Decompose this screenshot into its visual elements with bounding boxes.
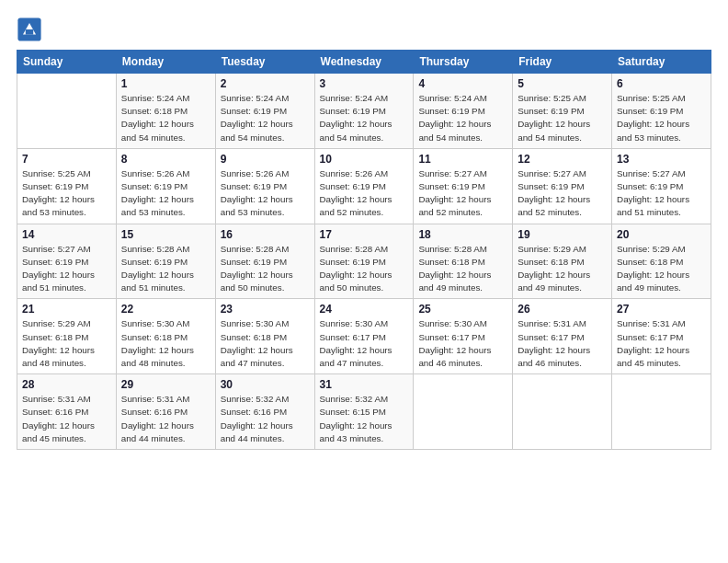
calendar-day-cell: 30Sunrise: 5:32 AM Sunset: 6:16 PM Dayli…	[215, 374, 314, 450]
calendar-day-cell: 25Sunrise: 5:30 AM Sunset: 6:17 PM Dayli…	[414, 299, 513, 374]
day-info: Sunrise: 5:28 AM Sunset: 6:19 PM Dayligh…	[121, 243, 210, 295]
calendar-day-cell: 29Sunrise: 5:31 AM Sunset: 6:16 PM Dayli…	[116, 374, 215, 450]
calendar-day-cell: 18Sunrise: 5:28 AM Sunset: 6:18 PM Dayli…	[414, 224, 513, 299]
header-row: SundayMondayTuesdayWednesdayThursdayFrid…	[17, 51, 711, 74]
calendar-day-cell: 28Sunrise: 5:31 AM Sunset: 6:16 PM Dayli…	[17, 374, 117, 450]
calendar-day-cell: 3Sunrise: 5:24 AM Sunset: 6:19 PM Daylig…	[314, 74, 414, 149]
calendar-day-cell	[414, 374, 513, 450]
day-info: Sunrise: 5:30 AM Sunset: 6:18 PM Dayligh…	[121, 317, 210, 370]
day-number: 18	[418, 228, 507, 241]
calendar-day-cell: 2Sunrise: 5:24 AM Sunset: 6:19 PM Daylig…	[215, 74, 314, 149]
day-number: 2	[221, 77, 310, 90]
day-info: Sunrise: 5:29 AM Sunset: 6:18 PM Dayligh…	[617, 243, 706, 295]
calendar-day-cell: 4Sunrise: 5:24 AM Sunset: 6:19 PM Daylig…	[414, 74, 513, 149]
weekday-header: Wednesday	[314, 51, 414, 74]
page-header	[17, 17, 711, 42]
calendar-week-row: 7Sunrise: 5:25 AM Sunset: 6:19 PM Daylig…	[17, 148, 711, 224]
calendar-day-cell: 7Sunrise: 5:25 AM Sunset: 6:19 PM Daylig…	[17, 148, 117, 224]
day-number: 16	[221, 228, 310, 241]
day-number: 12	[518, 153, 607, 166]
day-number: 10	[320, 153, 409, 166]
calendar-week-row: 14Sunrise: 5:27 AM Sunset: 6:19 PM Dayli…	[17, 224, 711, 299]
day-number: 23	[221, 303, 310, 316]
day-number: 22	[121, 303, 210, 316]
calendar-day-cell: 19Sunrise: 5:29 AM Sunset: 6:18 PM Dayli…	[513, 224, 612, 299]
day-info: Sunrise: 5:25 AM Sunset: 6:19 PM Dayligh…	[617, 92, 706, 144]
day-info: Sunrise: 5:31 AM Sunset: 6:16 PM Dayligh…	[22, 393, 111, 445]
day-number: 21	[22, 303, 111, 316]
day-number: 7	[22, 153, 111, 166]
day-info: Sunrise: 5:32 AM Sunset: 6:16 PM Dayligh…	[221, 393, 310, 445]
day-number: 4	[418, 77, 507, 90]
calendar-day-cell: 16Sunrise: 5:28 AM Sunset: 6:19 PM Dayli…	[215, 224, 314, 299]
weekday-header: Sunday	[17, 51, 117, 74]
day-number: 26	[518, 303, 607, 316]
calendar-body: 1Sunrise: 5:24 AM Sunset: 6:18 PM Daylig…	[17, 74, 711, 450]
day-number: 6	[617, 77, 706, 90]
calendar-day-cell	[17, 74, 117, 149]
calendar-day-cell	[612, 374, 711, 450]
day-info: Sunrise: 5:24 AM Sunset: 6:19 PM Dayligh…	[320, 92, 409, 144]
day-number: 28	[22, 378, 111, 391]
calendar-week-row: 21Sunrise: 5:29 AM Sunset: 6:18 PM Dayli…	[17, 299, 711, 374]
calendar-day-cell: 1Sunrise: 5:24 AM Sunset: 6:18 PM Daylig…	[116, 74, 215, 149]
day-number: 30	[221, 378, 310, 391]
calendar-day-cell: 17Sunrise: 5:28 AM Sunset: 6:19 PM Dayli…	[314, 224, 414, 299]
day-number: 5	[518, 77, 607, 90]
day-info: Sunrise: 5:27 AM Sunset: 6:19 PM Dayligh…	[22, 243, 111, 295]
calendar-day-cell	[513, 374, 612, 450]
calendar-day-cell: 11Sunrise: 5:27 AM Sunset: 6:19 PM Dayli…	[414, 148, 513, 224]
day-number: 3	[320, 77, 409, 90]
calendar-day-cell: 27Sunrise: 5:31 AM Sunset: 6:17 PM Dayli…	[612, 299, 711, 374]
day-number: 20	[617, 228, 706, 241]
calendar-day-cell: 12Sunrise: 5:27 AM Sunset: 6:19 PM Dayli…	[513, 148, 612, 224]
day-info: Sunrise: 5:24 AM Sunset: 6:19 PM Dayligh…	[221, 92, 310, 144]
calendar-day-cell: 22Sunrise: 5:30 AM Sunset: 6:18 PM Dayli…	[116, 299, 215, 374]
logo-icon	[17, 17, 42, 42]
day-number: 9	[221, 153, 310, 166]
day-info: Sunrise: 5:27 AM Sunset: 6:19 PM Dayligh…	[617, 167, 706, 220]
calendar-day-cell: 26Sunrise: 5:31 AM Sunset: 6:17 PM Dayli…	[513, 299, 612, 374]
day-info: Sunrise: 5:29 AM Sunset: 6:18 PM Dayligh…	[22, 317, 111, 370]
day-number: 11	[418, 153, 507, 166]
calendar-day-cell: 20Sunrise: 5:29 AM Sunset: 6:18 PM Dayli…	[612, 224, 711, 299]
day-info: Sunrise: 5:24 AM Sunset: 6:19 PM Dayligh…	[418, 92, 507, 144]
calendar-day-cell: 8Sunrise: 5:26 AM Sunset: 6:19 PM Daylig…	[116, 148, 215, 224]
calendar-week-row: 28Sunrise: 5:31 AM Sunset: 6:16 PM Dayli…	[17, 374, 711, 450]
day-info: Sunrise: 5:26 AM Sunset: 6:19 PM Dayligh…	[121, 167, 210, 220]
day-info: Sunrise: 5:28 AM Sunset: 6:18 PM Dayligh…	[418, 243, 507, 295]
day-number: 27	[617, 303, 706, 316]
day-number: 14	[22, 228, 111, 241]
day-info: Sunrise: 5:24 AM Sunset: 6:18 PM Dayligh…	[121, 92, 210, 144]
day-info: Sunrise: 5:27 AM Sunset: 6:19 PM Dayligh…	[418, 167, 507, 220]
calendar-day-cell: 9Sunrise: 5:26 AM Sunset: 6:19 PM Daylig…	[215, 148, 314, 224]
calendar-day-cell: 6Sunrise: 5:25 AM Sunset: 6:19 PM Daylig…	[612, 74, 711, 149]
calendar-day-cell: 23Sunrise: 5:30 AM Sunset: 6:18 PM Dayli…	[215, 299, 314, 374]
calendar-day-cell: 31Sunrise: 5:32 AM Sunset: 6:15 PM Dayli…	[314, 374, 414, 450]
day-number: 17	[320, 228, 409, 241]
day-number: 24	[320, 303, 409, 316]
logo	[17, 17, 44, 42]
day-info: Sunrise: 5:29 AM Sunset: 6:18 PM Dayligh…	[518, 243, 607, 295]
day-info: Sunrise: 5:31 AM Sunset: 6:17 PM Dayligh…	[617, 317, 706, 370]
calendar-day-cell: 24Sunrise: 5:30 AM Sunset: 6:17 PM Dayli…	[314, 299, 414, 374]
day-info: Sunrise: 5:25 AM Sunset: 6:19 PM Dayligh…	[518, 92, 607, 144]
day-number: 1	[121, 77, 210, 90]
day-info: Sunrise: 5:28 AM Sunset: 6:19 PM Dayligh…	[320, 243, 409, 295]
day-number: 15	[121, 228, 210, 241]
day-info: Sunrise: 5:31 AM Sunset: 6:17 PM Dayligh…	[518, 317, 607, 370]
calendar-table: SundayMondayTuesdayWednesdayThursdayFrid…	[17, 50, 711, 450]
calendar-day-cell: 15Sunrise: 5:28 AM Sunset: 6:19 PM Dayli…	[116, 224, 215, 299]
day-info: Sunrise: 5:30 AM Sunset: 6:18 PM Dayligh…	[221, 317, 310, 370]
day-info: Sunrise: 5:27 AM Sunset: 6:19 PM Dayligh…	[518, 167, 607, 220]
day-info: Sunrise: 5:30 AM Sunset: 6:17 PM Dayligh…	[418, 317, 507, 370]
calendar-day-cell: 5Sunrise: 5:25 AM Sunset: 6:19 PM Daylig…	[513, 74, 612, 149]
day-info: Sunrise: 5:32 AM Sunset: 6:15 PM Dayligh…	[320, 393, 409, 445]
day-number: 25	[418, 303, 507, 316]
weekday-header: Monday	[116, 51, 215, 74]
calendar-day-cell: 14Sunrise: 5:27 AM Sunset: 6:19 PM Dayli…	[17, 224, 117, 299]
weekday-header: Friday	[513, 51, 612, 74]
day-info: Sunrise: 5:25 AM Sunset: 6:19 PM Dayligh…	[22, 167, 111, 220]
weekday-header: Saturday	[612, 51, 711, 74]
weekday-header: Thursday	[414, 51, 513, 74]
